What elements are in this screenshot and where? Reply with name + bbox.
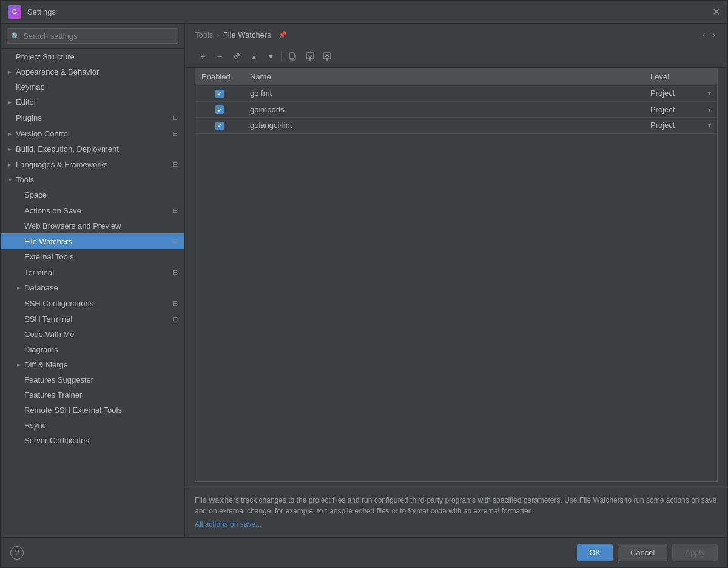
search-input[interactable] [7,28,178,44]
sidebar-item-tools-code-with-me[interactable]: Code With Me [1,327,184,342]
level-dropdown-icon: ▾ [708,122,711,129]
import-button[interactable] [302,49,318,64]
sidebar-item-label: Plugins [16,113,170,122]
sidebar-item-tools-ssh-configurations[interactable]: SSH Configurations⊞ [1,295,184,311]
help-button[interactable]: ? [10,546,24,560]
sidebar-item-editor[interactable]: Editor [1,95,184,110]
sidebar-item-label: Build, Execution, Deployment [16,144,180,153]
col-header-name: Name [244,68,644,85]
sidebar-item-tools-remote-ssh-external-tools[interactable]: Remote SSH External Tools [1,403,184,418]
sidebar-item-label: External Tools [24,252,180,261]
toolbar: + − ▴ ▾ [195,45,718,67]
sidebar-item-label: Features Trainer [24,390,180,399]
panel-header: Tools › File Watchers 📌 ‹ › + − ▴ [185,24,727,68]
sidebar-item-label: File Watchers [24,237,170,246]
expand-arrow [14,284,22,292]
level-cell[interactable]: Project ▾ [644,85,717,102]
sidebar-item-plugins[interactable]: Plugins⊞ [1,110,184,125]
sidebar-item-label: Diff & Merge [24,360,180,369]
svg-rect-3 [323,53,331,59]
svg-rect-1 [289,53,294,58]
sidebar-item-tools-features-trainer[interactable]: Features Trainer [1,387,184,403]
sidebar-item-label: Keymap [16,82,180,92]
sidebar-item-tools-web-browsers-preview[interactable]: Web Browsers and Preview [1,218,184,233]
name-cell: golangci-lint [244,118,644,134]
titlebar: G Settings ✕ [1,1,727,24]
item-icon-right: ⊞ [170,113,180,122]
cancel-button[interactable]: Cancel [618,544,667,561]
sidebar-item-label: Tools [16,175,180,184]
copy-button[interactable] [285,49,301,64]
main-content: 🔍 Project StructureAppearance & Behavior… [1,24,727,537]
sidebar-item-label: Code With Me [24,330,180,339]
enabled-checkbox[interactable] [215,105,224,114]
sidebar-item-label: Editor [16,98,180,107]
expand-arrow [5,160,14,169]
nav-forward-button[interactable]: › [710,30,718,39]
sidebar-item-label: Languages & Frameworks [16,160,170,169]
bottom-buttons: OK Cancel Apply [577,544,718,561]
description-panel: File Watchers track changes to the proje… [185,487,727,537]
add-button[interactable]: + [195,49,211,64]
sidebar-item-tools-file-watchers[interactable]: File Watchers⊞ [1,233,184,249]
move-down-button[interactable]: ▾ [263,49,278,64]
sidebar-item-tools-space[interactable]: Space [1,187,184,202]
table-row[interactable]: goimports Project ▾ [195,101,717,118]
ok-button[interactable]: OK [577,544,613,561]
app-logo: G [8,5,21,19]
table-row[interactable]: go fmt Project ▾ [195,85,717,102]
sidebar-item-languages-frameworks[interactable]: Languages & Frameworks⊞ [1,156,184,172]
item-icon-right: ⊞ [170,159,180,169]
window-title: Settings [27,7,56,16]
sidebar-item-label: Server Certificates [24,436,180,445]
sidebar-item-tools-external-tools[interactable]: External Tools [1,249,184,264]
sidebar-item-tools-terminal[interactable]: Terminal⊞ [1,264,184,280]
level-value: Project [650,89,675,98]
sidebar-item-tools-diagrams[interactable]: Diagrams [1,342,184,357]
sidebar-item-tools-features-suggester[interactable]: Features Suggester [1,372,184,387]
sidebar-item-label: Project Structure [16,52,180,61]
sidebar-item-keymap[interactable]: Keymap [1,79,184,95]
sidebar-item-tools-server-certificates[interactable]: Server Certificates [1,433,184,448]
search-icon: 🔍 [11,32,20,41]
pin-icon[interactable]: 📌 [278,31,287,39]
level-cell[interactable]: Project ▾ [644,118,717,134]
enabled-cell[interactable] [195,85,244,102]
nav-back-button[interactable]: ‹ [700,30,708,39]
sidebar-item-tools[interactable]: Tools [1,172,184,187]
sidebar-item-build-execution-deployment[interactable]: Build, Execution, Deployment [1,141,184,156]
enabled-checkbox[interactable] [215,122,224,130]
item-icon-right: ⊞ [170,129,180,138]
name-cell: goimports [244,101,644,118]
sidebar-item-tools-ssh-terminal[interactable]: SSH Terminal⊞ [1,311,184,327]
name-cell: go fmt [244,85,644,102]
level-cell[interactable]: Project ▾ [644,101,717,118]
expand-arrow [14,361,22,369]
sidebar: 🔍 Project StructureAppearance & Behavior… [1,24,185,537]
edit-button[interactable] [229,49,244,64]
table-row[interactable]: golangci-lint Project ▾ [195,118,717,134]
right-panel: Tools › File Watchers 📌 ‹ › + − ▴ [185,24,727,537]
sidebar-item-project-structure[interactable]: Project Structure [1,49,184,64]
sidebar-item-tools-database[interactable]: Database [1,280,184,295]
enabled-cell[interactable] [195,118,244,134]
enabled-checkbox[interactable] [215,90,224,98]
sidebar-item-version-control[interactable]: Version Control⊞ [1,125,184,141]
col-header-level: Level [644,68,717,85]
enabled-cell[interactable] [195,101,244,118]
sidebar-item-tools-rsync[interactable]: Rsync [1,418,184,433]
apply-button[interactable]: Apply [672,544,718,561]
sidebar-item-label: Rsync [24,421,180,430]
sidebar-item-tools-actions-on-save[interactable]: Actions on Save⊞ [1,202,184,218]
sidebar-item-label: SSH Configurations [24,299,170,308]
move-up-button[interactable]: ▴ [246,49,261,64]
sidebar-item-label: Terminal [24,268,170,277]
export-button[interactable] [319,49,335,64]
close-button[interactable]: ✕ [712,7,720,17]
remove-button[interactable]: − [212,49,228,64]
description-text: File Watchers track changes to the proje… [195,495,718,516]
all-actions-link[interactable]: All actions on save... [195,520,261,529]
sidebar-item-tools-diff-merge[interactable]: Diff & Merge [1,357,184,372]
sidebar-item-appearance-behavior[interactable]: Appearance & Behavior [1,64,184,79]
col-header-enabled: Enabled [195,68,244,85]
